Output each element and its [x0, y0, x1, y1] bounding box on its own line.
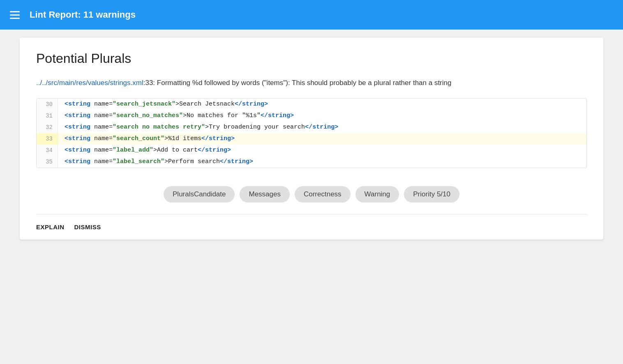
- code-line-30: 30 <string name="search_jetsnack">Search…: [37, 99, 586, 110]
- code-block: 30 <string name="search_jetsnack">Search…: [36, 98, 587, 168]
- tags-row: PluralsCandidate Messages Correctness Wa…: [36, 180, 587, 214]
- line-number-34: 34: [37, 145, 58, 156]
- menu-icon[interactable]: [10, 11, 20, 19]
- tag-warning: Warning: [355, 186, 399, 203]
- line-number-31: 31: [37, 110, 58, 122]
- issue-detail: :33: Formatting %d followed by words ("i…: [143, 79, 452, 87]
- issue-description: ../../src/main/res/values/strings.xml:33…: [36, 78, 587, 88]
- code-line-35: 35 <string name="label_search">Perform s…: [37, 156, 586, 168]
- code-content-32: <string name="search no matches retry">T…: [58, 122, 345, 133]
- code-content-33: <string name="search_count">%1d items</s…: [58, 133, 241, 145]
- issue-link[interactable]: ../../src/main/res/values/strings.xml: [36, 79, 143, 87]
- code-content-35: <string name="label_search">Perform sear…: [58, 156, 260, 168]
- line-number-35: 35: [37, 156, 58, 168]
- line-number-32: 32: [37, 122, 58, 133]
- code-content-34: <string name="label_add">Add to cart</st…: [58, 145, 238, 156]
- tag-correctness: Correctness: [295, 186, 351, 203]
- explain-button[interactable]: EXPLAIN: [36, 222, 65, 232]
- app-header: Lint Report: 11 warnings: [0, 0, 623, 30]
- tag-messages: Messages: [240, 186, 289, 203]
- line-number-30: 30: [37, 99, 58, 110]
- dismiss-button[interactable]: DISMISS: [74, 222, 101, 232]
- header-title: Lint Report: 11 warnings: [30, 9, 136, 20]
- code-line-31: 31 <string name="search_no_matches">No m…: [37, 110, 586, 122]
- content-area: Potential Plurals ../../src/main/res/val…: [0, 30, 623, 364]
- lint-card: Potential Plurals ../../src/main/res/val…: [20, 38, 603, 240]
- code-line-34: 34 <string name="label_add">Add to cart<…: [37, 145, 586, 156]
- line-number-33: 33: [37, 133, 58, 145]
- tag-priority: Priority 5/10: [404, 186, 459, 203]
- card-title: Potential Plurals: [36, 51, 587, 66]
- code-line-32: 32 <string name="search no matches retry…: [37, 122, 586, 133]
- code-content-31: <string name="search_no_matches">No matc…: [58, 110, 300, 122]
- code-content-30: <string name="search_jetsnack">Search Je…: [58, 99, 275, 110]
- code-line-33: 33 <string name="search_count">%1d items…: [37, 133, 586, 145]
- tag-plurals-candidate: PluralsCandidate: [164, 186, 235, 203]
- action-bar: EXPLAIN DISMISS: [36, 214, 587, 240]
